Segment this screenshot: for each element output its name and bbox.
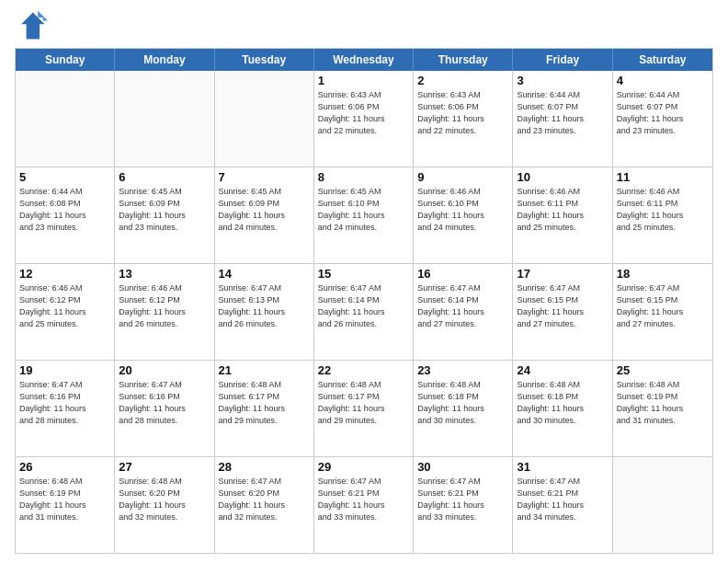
calendar-row-0: 1Sunrise: 6:43 AM Sunset: 6:06 PM Daylig… [16, 71, 712, 167]
day-number: 21 [219, 363, 310, 377]
day-number: 10 [517, 170, 608, 184]
day-number: 23 [417, 363, 508, 377]
weekday-header-saturday: Saturday [613, 49, 712, 71]
calendar-cell-9: 9Sunrise: 6:46 AM Sunset: 6:10 PM Daylig… [414, 167, 513, 263]
day-number: 19 [19, 363, 110, 377]
calendar-row-4: 26Sunrise: 6:48 AM Sunset: 6:19 PM Dayli… [16, 456, 712, 553]
calendar-cell-30: 30Sunrise: 6:47 AM Sunset: 6:21 PM Dayli… [414, 457, 513, 553]
calendar-cell-24: 24Sunrise: 6:48 AM Sunset: 6:18 PM Dayli… [513, 361, 612, 456]
calendar: SundayMondayTuesdayWednesdayThursdayFrid… [15, 48, 713, 554]
calendar-cell-23: 23Sunrise: 6:48 AM Sunset: 6:18 PM Dayli… [414, 361, 513, 456]
calendar-cell-29: 29Sunrise: 6:47 AM Sunset: 6:21 PM Dayli… [314, 457, 414, 553]
calendar-cell-28: 28Sunrise: 6:47 AM Sunset: 6:20 PM Dayli… [215, 457, 314, 553]
cell-text: Sunrise: 6:48 AM Sunset: 6:19 PM Dayligh… [19, 476, 110, 523]
calendar-cell-15: 15Sunrise: 6:47 AM Sunset: 6:14 PM Dayli… [314, 264, 414, 360]
cell-text: Sunrise: 6:44 AM Sunset: 6:08 PM Dayligh… [19, 186, 110, 234]
day-number: 28 [219, 460, 310, 474]
logo [15, 9, 51, 42]
day-number: 20 [119, 363, 210, 377]
calendar-body: 1Sunrise: 6:43 AM Sunset: 6:06 PM Daylig… [16, 71, 712, 553]
cell-text: Sunrise: 6:48 AM Sunset: 6:18 PM Dayligh… [417, 379, 508, 427]
day-number: 30 [417, 460, 508, 474]
day-number: 4 [617, 74, 709, 87]
day-number: 27 [119, 460, 210, 474]
cell-text: Sunrise: 6:47 AM Sunset: 6:21 PM Dayligh… [517, 476, 608, 523]
calendar-cell-17: 17Sunrise: 6:47 AM Sunset: 6:15 PM Dayli… [513, 264, 612, 360]
weekday-header-tuesday: Tuesday [215, 49, 314, 71]
calendar-cell-empty-0-2 [215, 71, 314, 167]
page: SundayMondayTuesdayWednesdayThursdayFrid… [0, 0, 728, 563]
calendar-cell-8: 8Sunrise: 6:45 AM Sunset: 6:10 PM Daylig… [314, 167, 414, 263]
day-number: 13 [119, 267, 210, 281]
day-number: 9 [417, 170, 508, 184]
cell-text: Sunrise: 6:46 AM Sunset: 6:11 PM Dayligh… [617, 186, 709, 234]
cell-text: Sunrise: 6:47 AM Sunset: 6:15 PM Dayligh… [617, 282, 709, 330]
cell-text: Sunrise: 6:47 AM Sunset: 6:16 PM Dayligh… [119, 379, 210, 427]
day-number: 1 [318, 74, 409, 87]
day-number: 24 [517, 363, 608, 377]
cell-text: Sunrise: 6:48 AM Sunset: 6:20 PM Dayligh… [119, 476, 210, 523]
day-number: 16 [417, 267, 508, 281]
calendar-cell-3: 3Sunrise: 6:44 AM Sunset: 6:07 PM Daylig… [513, 71, 612, 167]
calendar-cell-4: 4Sunrise: 6:44 AM Sunset: 6:07 PM Daylig… [613, 71, 712, 167]
logo-icon [15, 9, 48, 42]
day-number: 18 [617, 267, 709, 281]
day-number: 7 [219, 170, 310, 184]
weekday-header-thursday: Thursday [414, 49, 513, 71]
cell-text: Sunrise: 6:48 AM Sunset: 6:19 PM Dayligh… [617, 379, 709, 427]
day-number: 26 [19, 460, 110, 474]
calendar-cell-31: 31Sunrise: 6:47 AM Sunset: 6:21 PM Dayli… [513, 457, 612, 553]
cell-text: Sunrise: 6:45 AM Sunset: 6:09 PM Dayligh… [219, 186, 310, 234]
weekday-header-monday: Monday [115, 49, 214, 71]
cell-text: Sunrise: 6:48 AM Sunset: 6:18 PM Dayligh… [517, 379, 608, 427]
day-number: 22 [318, 363, 409, 377]
day-number: 8 [318, 170, 409, 184]
calendar-cell-1: 1Sunrise: 6:43 AM Sunset: 6:06 PM Daylig… [314, 71, 414, 167]
cell-text: Sunrise: 6:43 AM Sunset: 6:06 PM Dayligh… [318, 89, 409, 137]
calendar-cell-12: 12Sunrise: 6:46 AM Sunset: 6:12 PM Dayli… [16, 264, 115, 360]
weekday-header-wednesday: Wednesday [314, 49, 414, 71]
cell-text: Sunrise: 6:44 AM Sunset: 6:07 PM Dayligh… [517, 89, 608, 137]
cell-text: Sunrise: 6:46 AM Sunset: 6:12 PM Dayligh… [119, 282, 210, 330]
cell-text: Sunrise: 6:47 AM Sunset: 6:15 PM Dayligh… [517, 282, 608, 330]
cell-text: Sunrise: 6:46 AM Sunset: 6:11 PM Dayligh… [517, 186, 608, 234]
calendar-cell-13: 13Sunrise: 6:46 AM Sunset: 6:12 PM Dayli… [115, 264, 214, 360]
calendar-cell-22: 22Sunrise: 6:48 AM Sunset: 6:17 PM Dayli… [314, 361, 414, 456]
calendar-cell-5: 5Sunrise: 6:44 AM Sunset: 6:08 PM Daylig… [16, 167, 115, 263]
cell-text: Sunrise: 6:45 AM Sunset: 6:10 PM Dayligh… [318, 186, 409, 234]
weekday-header-sunday: Sunday [16, 49, 115, 71]
cell-text: Sunrise: 6:45 AM Sunset: 6:09 PM Dayligh… [119, 186, 210, 234]
calendar-row-2: 12Sunrise: 6:46 AM Sunset: 6:12 PM Dayli… [16, 263, 712, 360]
cell-text: Sunrise: 6:47 AM Sunset: 6:13 PM Dayligh… [219, 282, 310, 330]
calendar-cell-18: 18Sunrise: 6:47 AM Sunset: 6:15 PM Dayli… [613, 264, 712, 360]
calendar-header: SundayMondayTuesdayWednesdayThursdayFrid… [16, 49, 712, 71]
calendar-row-1: 5Sunrise: 6:44 AM Sunset: 6:08 PM Daylig… [16, 167, 712, 263]
cell-text: Sunrise: 6:48 AM Sunset: 6:17 PM Dayligh… [219, 379, 310, 427]
header [15, 9, 713, 42]
calendar-cell-empty-4-6 [613, 457, 712, 553]
calendar-cell-16: 16Sunrise: 6:47 AM Sunset: 6:14 PM Dayli… [414, 264, 513, 360]
calendar-cell-2: 2Sunrise: 6:43 AM Sunset: 6:06 PM Daylig… [414, 71, 513, 167]
cell-text: Sunrise: 6:47 AM Sunset: 6:21 PM Dayligh… [417, 476, 508, 523]
day-number: 2 [417, 74, 508, 87]
calendar-cell-6: 6Sunrise: 6:45 AM Sunset: 6:09 PM Daylig… [115, 167, 214, 263]
day-number: 15 [318, 267, 409, 281]
weekday-header-friday: Friday [513, 49, 612, 71]
cell-text: Sunrise: 6:47 AM Sunset: 6:14 PM Dayligh… [318, 282, 409, 330]
day-number: 12 [19, 267, 110, 281]
calendar-cell-26: 26Sunrise: 6:48 AM Sunset: 6:19 PM Dayli… [16, 457, 115, 553]
day-number: 14 [219, 267, 310, 281]
day-number: 5 [19, 170, 110, 184]
cell-text: Sunrise: 6:43 AM Sunset: 6:06 PM Dayligh… [417, 89, 508, 137]
day-number: 29 [318, 460, 409, 474]
calendar-cell-21: 21Sunrise: 6:48 AM Sunset: 6:17 PM Dayli… [215, 361, 314, 456]
calendar-cell-25: 25Sunrise: 6:48 AM Sunset: 6:19 PM Dayli… [613, 361, 712, 456]
calendar-cell-19: 19Sunrise: 6:47 AM Sunset: 6:16 PM Dayli… [16, 361, 115, 456]
calendar-cell-empty-0-0 [16, 71, 115, 167]
cell-text: Sunrise: 6:46 AM Sunset: 6:10 PM Dayligh… [417, 186, 508, 234]
day-number: 31 [517, 460, 608, 474]
day-number: 25 [617, 363, 709, 377]
day-number: 17 [517, 267, 608, 281]
calendar-cell-7: 7Sunrise: 6:45 AM Sunset: 6:09 PM Daylig… [215, 167, 314, 263]
day-number: 11 [617, 170, 709, 184]
